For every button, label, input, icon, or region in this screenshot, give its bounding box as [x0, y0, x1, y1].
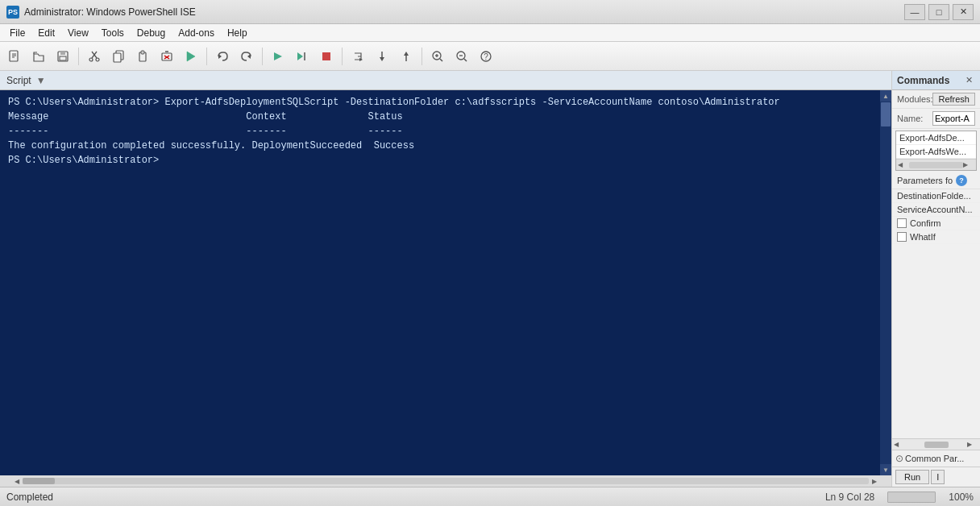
h-scroll-track[interactable]	[23, 478, 869, 484]
run-button[interactable]	[267, 45, 289, 68]
window-title: Administrator: Windows PowerShell ISE	[24, 6, 904, 18]
param-item-2[interactable]: ServiceAccountN...	[892, 203, 980, 217]
commands-close-button[interactable]: ✕	[962, 74, 975, 87]
help-button[interactable]: ?	[475, 45, 497, 68]
script-dropdown-icon[interactable]: ▼	[36, 75, 46, 86]
svg-text:?: ?	[484, 52, 488, 61]
svg-marker-19	[187, 52, 195, 61]
h-scroll-right[interactable]: ▶	[869, 475, 880, 487]
confirm-label: Confirm	[910, 218, 941, 228]
window-controls: — □ ✕	[904, 4, 974, 20]
whatif-label: WhatIf	[910, 232, 936, 242]
h-scroll-left[interactable]: ◀	[11, 475, 23, 487]
menu-tools[interactable]: Tools	[95, 26, 131, 40]
commands-header: Commands ✕	[892, 71, 980, 90]
param-item-1[interactable]: DestinationFolde...	[892, 189, 980, 203]
script-header: Script ▼	[0, 71, 891, 90]
command-list-item-2[interactable]: Export-AdfsWe...	[896, 145, 976, 159]
common-params-label: Common Par...	[905, 454, 964, 463]
list-scroll-thumb	[909, 162, 963, 168]
cmd-list-scrollbar[interactable]: ◀ ▶	[896, 159, 976, 170]
open-button[interactable]	[27, 45, 50, 68]
status-zoom: 100%	[949, 491, 974, 503]
toolbar-sep-1	[78, 48, 79, 65]
debug-step-over[interactable]	[347, 45, 369, 68]
console-wrapper: PS C:\Users\Administrator> Export-AdfsDe…	[0, 90, 891, 475]
console-line-3: Message Context Status	[8, 110, 872, 124]
whatif-checkbox[interactable]	[897, 232, 907, 242]
menu-addons[interactable]: Add-ons	[172, 26, 221, 40]
debug-step-out[interactable]	[395, 45, 417, 68]
toolbar-sep-3	[262, 48, 263, 65]
console-output[interactable]: PS C:\Users\Administrator> Export-AdfsDe…	[0, 90, 880, 475]
svg-rect-6	[60, 56, 66, 60]
svg-marker-20	[218, 54, 222, 59]
minimize-button[interactable]: —	[904, 4, 925, 20]
command-list[interactable]: Export-AdfsDe... Export-AdfsWe... ◀ ▶	[895, 131, 977, 171]
maximize-button[interactable]: □	[928, 4, 949, 20]
bottom-scroll-left[interactable]: ◀	[894, 441, 905, 448]
name-input[interactable]	[932, 111, 975, 126]
paste-button[interactable]	[131, 45, 154, 68]
run-button[interactable]: Run	[895, 470, 929, 484]
save-button[interactable]	[52, 45, 74, 68]
scroll-track[interactable]	[880, 102, 891, 464]
console-line-1: PS C:\Users\Administrator> Export-AdfsDe…	[8, 95, 872, 110]
status-text: Completed	[6, 491, 816, 503]
list-scroll-right[interactable]: ▶	[963, 161, 974, 168]
debug-step-into[interactable]	[371, 45, 393, 68]
run-row: Run I	[892, 467, 980, 487]
status-bar: Completed Ln 9 Col 28 100%	[0, 487, 980, 506]
console-line-8: PS C:\Users\Administrator>	[8, 153, 872, 168]
svg-line-37	[464, 59, 467, 61]
cmd-bottom-scrollbar[interactable]: ◀ ▶	[892, 438, 980, 450]
confirm-checkbox[interactable]	[897, 218, 907, 228]
common-params-row[interactable]: ⊙ Common Par...	[892, 450, 980, 467]
spacer	[892, 244, 980, 438]
name-row: Name:	[892, 109, 980, 129]
params-help-button[interactable]: ?	[956, 175, 967, 186]
svg-rect-14	[141, 51, 144, 54]
cut-button[interactable]	[83, 45, 106, 68]
menu-view[interactable]: View	[61, 26, 95, 40]
status-right: Ln 9 Col 28 100%	[825, 491, 974, 503]
list-scroll-left[interactable]: ◀	[898, 161, 909, 168]
undo-button[interactable]	[211, 45, 234, 68]
menu-file[interactable]: File	[3, 26, 31, 40]
svg-point-9	[89, 58, 93, 61]
command-list-item-1[interactable]: Export-AdfsDe...	[896, 131, 976, 145]
run-script-button[interactable]	[180, 45, 202, 68]
h-scroll-thumb	[23, 478, 55, 484]
redo-button[interactable]	[235, 45, 258, 68]
toolbar-sep-2	[206, 48, 207, 65]
zoom-in-button[interactable]	[426, 45, 449, 68]
bottom-scroll-thumb	[924, 442, 949, 448]
run-selection-button[interactable]	[291, 45, 314, 68]
zoom-out-button[interactable]	[451, 45, 473, 68]
confirm-checkbox-row: Confirm	[892, 217, 980, 230]
scroll-down-button[interactable]: ▼	[880, 464, 891, 475]
vertical-scrollbar[interactable]: ▲ ▼	[880, 90, 891, 475]
copy-button[interactable]	[107, 45, 130, 68]
scroll-up-button[interactable]: ▲	[880, 90, 891, 102]
bottom-scroll-right[interactable]: ▶	[967, 441, 978, 448]
close-button[interactable]: ✕	[953, 4, 974, 20]
refresh-button[interactable]: Refresh	[932, 93, 975, 106]
clear-button[interactable]	[156, 45, 178, 68]
title-bar: PS Administrator: Windows PowerShell ISE…	[0, 0, 980, 24]
menu-debug[interactable]: Debug	[131, 26, 172, 40]
copy-to-script-button[interactable]: I	[931, 470, 945, 484]
stop-button[interactable]	[315, 45, 338, 68]
new-button[interactable]	[3, 45, 26, 68]
toolbar: ?	[0, 42, 980, 71]
toolbar-sep-5	[421, 48, 422, 65]
scroll-thumb	[881, 102, 891, 126]
commands-panel: Commands ✕ Modules: Refresh Name: Export…	[891, 71, 980, 487]
name-label: Name:	[897, 114, 929, 123]
script-panel: Script ▼ PS C:\Users\Administrator> Expo…	[0, 71, 891, 487]
params-header: Parameters fo ?	[892, 172, 980, 189]
menu-help[interactable]: Help	[221, 26, 254, 40]
horizontal-scrollbar[interactable]: ◀ ▶	[0, 475, 891, 487]
menu-edit[interactable]: Edit	[31, 26, 61, 40]
status-scroll-indicator[interactable]	[887, 491, 936, 503]
